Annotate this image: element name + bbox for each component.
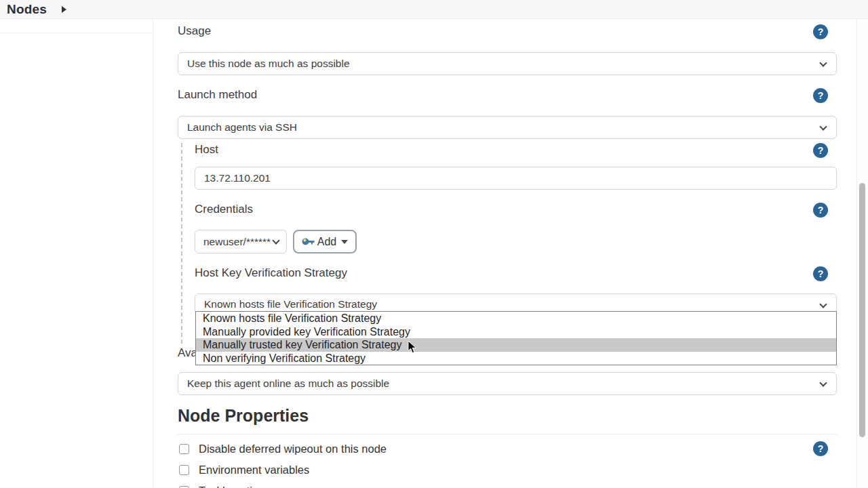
environment-variables-label: Environment variables [199,464,309,476]
launch-method-group: Launch method ? Launch agents via SSH [178,88,837,139]
breadcrumb-nodes[interactable]: Nodes [7,2,47,17]
launch-method-label: Launch method [178,88,257,102]
tool-locations-label: Tool Locations [199,485,271,488]
chevron-down-icon [819,379,827,386]
sidebar [0,19,153,488]
mouse-cursor [408,340,417,354]
key-icon [302,237,315,246]
host-key-verification-label: Host Key Verification Strategy [195,266,347,280]
launch-method-select[interactable]: Launch agents via SSH [178,116,837,139]
disable-wipeout-label: Disable deferred wipeout on this node [199,443,387,455]
host-key-verification-help-icon[interactable]: ? [813,266,828,281]
credentials-group: Credentials ? newuser/****** Add [195,203,837,253]
dropdown-option-known-hosts[interactable]: Known hosts file Verification Strategy [196,312,836,325]
chevron-down-icon [819,123,827,130]
availability-select[interactable]: Keep this agent online as much as possib… [178,372,837,395]
credentials-label: Credentials [195,203,253,216]
tool-locations-checkbox[interactable] [179,486,189,488]
host-input[interactable] [195,167,837,190]
host-help-icon[interactable]: ? [813,143,828,158]
breadcrumb-bar: Nodes [0,0,868,19]
credentials-select-value: newuser/****** [203,236,271,248]
chevron-down-icon [272,237,279,244]
host-key-verification-group: Host Key Verification Strategy ? Known h… [195,266,837,315]
dropdown-option-manually-provided[interactable]: Manually provided key Verification Strat… [196,325,836,339]
section-divider [178,434,837,434]
host-group: Host ? [195,143,837,190]
availability-select-value: Keep this agent online as much as possib… [187,378,389,390]
checkbox-row-tool-locations: Tool Locations [178,484,837,488]
usage-select[interactable]: Use this node as much as possible [178,52,837,75]
usage-group: Usage ? Use this node as much as possibl… [178,24,837,75]
node-properties-heading: Node Properties [178,405,837,426]
scrollbar-thumb[interactable] [859,183,865,437]
usage-label: Usage [178,24,211,38]
sidebar-divider [0,33,153,33]
add-credentials-button[interactable]: Add [293,230,357,253]
usage-help-icon[interactable]: ? [813,24,828,39]
usage-select-value: Use this node as much as possible [187,58,350,70]
caret-down-icon [341,240,348,244]
host-key-verification-dropdown: Known hosts file Verification Strategy M… [195,311,837,365]
disable-wipeout-checkbox[interactable] [179,444,189,454]
launch-method-select-value: Launch agents via SSH [187,121,297,134]
dropdown-option-non-verifying[interactable]: Non verifying Verification Strategy [196,352,836,365]
add-button-label: Add [317,236,336,248]
chevron-right-icon[interactable] [62,6,66,13]
host-label: Host [195,143,218,157]
environment-variables-checkbox[interactable] [179,465,189,475]
host-key-verification-select-value: Known hosts file Verification Strategy [204,298,377,310]
credentials-select[interactable]: newuser/****** [195,230,287,253]
dropdown-option-manually-trusted[interactable]: Manually trusted key Verification Strate… [196,338,836,352]
checkbox-row-environment-variables: Environment variables [178,463,837,476]
credentials-help-icon[interactable]: ? [813,203,828,218]
chevron-down-icon [819,59,827,66]
checkbox-row-disable-wipeout: Disable deferred wipeout on this node ? [178,442,837,455]
disable-wipeout-help-icon[interactable]: ? [813,441,828,456]
chevron-down-icon [819,300,827,308]
launch-method-help-icon[interactable]: ? [813,88,828,103]
node-config-form: Usage ? Use this node as much as possibl… [153,19,857,488]
